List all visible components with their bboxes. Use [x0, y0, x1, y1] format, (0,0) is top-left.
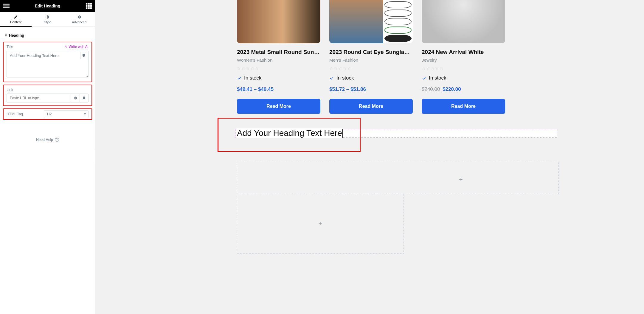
gear-icon: [74, 96, 77, 100]
stock-status: In stock: [237, 75, 320, 81]
product-price: $49.41 – $49.45: [237, 86, 320, 92]
product-title[interactable]: 2023 Round Cat Eye Sunglasses: [329, 49, 413, 56]
svg-rect-10: [88, 7, 90, 9]
plus-icon: +: [459, 176, 463, 184]
tab-style[interactable]: Style: [32, 12, 63, 27]
heading-widget[interactable]: Add Your Heading Text Here: [236, 128, 343, 138]
svg-rect-8: [90, 5, 92, 7]
svg-rect-5: [90, 3, 92, 4]
product-card[interactable]: 2023 Round Cat Eye Sunglasses Men's Fash…: [329, 0, 413, 114]
sparkle-icon: [64, 45, 68, 49]
product-price: $240.00 $220.00: [422, 86, 505, 92]
editor-canvas[interactable]: 2023 Metal Small Round Sunglasses Women'…: [95, 0, 644, 314]
section-heading-toggle[interactable]: Heading: [3, 31, 92, 42]
check-icon: [237, 76, 242, 80]
link-options-button[interactable]: [71, 94, 80, 102]
product-category[interactable]: Jewelry: [422, 57, 505, 63]
title-field-group: Title Write with AI: [3, 42, 92, 82]
editor-sidebar: Edit Heading Content Style Advanced He: [0, 0, 95, 314]
read-more-button[interactable]: Read More: [237, 99, 320, 114]
rating-stars: ☆☆☆☆☆: [329, 66, 413, 71]
need-help-link[interactable]: Need Help ?: [3, 138, 92, 142]
svg-rect-11: [90, 7, 92, 9]
svg-rect-6: [86, 5, 88, 7]
link-dynamic-button[interactable]: [80, 94, 89, 102]
tabs: Content Style Advanced: [0, 12, 95, 27]
link-field-group: Link: [3, 85, 92, 106]
write-with-ai-link[interactable]: Write with AI: [64, 45, 89, 49]
dynamic-tags-button[interactable]: [80, 52, 87, 59]
product-title[interactable]: 2024 New Arrival White: [422, 49, 505, 56]
check-icon: [329, 76, 334, 80]
panel-title: Edit Heading: [10, 4, 86, 8]
plus-icon: +: [319, 220, 322, 228]
product-image[interactable]: [237, 0, 320, 43]
svg-rect-9: [86, 7, 88, 9]
add-column-zone[interactable]: +: [237, 194, 404, 254]
stock-status: In stock: [329, 75, 413, 81]
check-icon: [422, 76, 426, 80]
html-tag-label: HTML Tag: [7, 112, 23, 116]
sidebar-header: Edit Heading: [0, 0, 95, 12]
tab-advanced[interactable]: Advanced: [63, 12, 95, 27]
title-textarea[interactable]: [7, 51, 89, 77]
svg-rect-7: [88, 5, 90, 7]
svg-rect-4: [88, 3, 90, 4]
read-more-button[interactable]: Read More: [422, 99, 505, 114]
product-card[interactable]: 2023 Metal Small Round Sunglasses Women'…: [237, 0, 320, 114]
database-icon: [82, 96, 86, 100]
database-icon: [82, 54, 86, 57]
link-input[interactable]: [7, 94, 71, 102]
svg-rect-1: [3, 6, 10, 7]
read-more-button[interactable]: Read More: [329, 99, 413, 114]
stock-status: In stock: [422, 75, 505, 81]
rating-stars: ☆☆☆☆☆: [237, 66, 320, 71]
product-title[interactable]: 2023 Metal Small Round Sunglasses: [237, 49, 320, 56]
caret-down-icon: [5, 35, 7, 36]
product-image[interactable]: [329, 0, 413, 43]
add-section-zone[interactable]: [237, 162, 559, 194]
menu-icon[interactable]: [3, 3, 10, 9]
product-card[interactable]: 2024 New Arrival White Jewelry ☆☆☆☆☆ In …: [422, 0, 505, 114]
product-category[interactable]: Men's Fashion: [329, 57, 413, 63]
widgets-grid-icon[interactable]: [86, 3, 92, 9]
rating-stars: ☆☆☆☆☆: [422, 66, 505, 71]
products-row: 2023 Metal Small Round Sunglasses Women'…: [237, 0, 505, 114]
text-cursor: [342, 129, 343, 138]
product-image[interactable]: [422, 0, 505, 43]
link-label: Link: [7, 88, 13, 92]
title-label: Title: [7, 45, 13, 49]
help-icon: ?: [55, 138, 59, 142]
chevron-down-icon: [84, 114, 86, 115]
svg-rect-0: [3, 4, 10, 5]
product-category[interactable]: Women's Fashion: [237, 57, 320, 63]
html-tag-field-group: HTML Tag H2: [3, 108, 92, 120]
html-tag-select[interactable]: H2: [44, 110, 89, 118]
product-price: $51.72 – $51.86: [329, 86, 413, 92]
svg-rect-2: [3, 7, 10, 8]
tab-content[interactable]: Content: [0, 12, 32, 27]
svg-rect-3: [86, 3, 88, 4]
